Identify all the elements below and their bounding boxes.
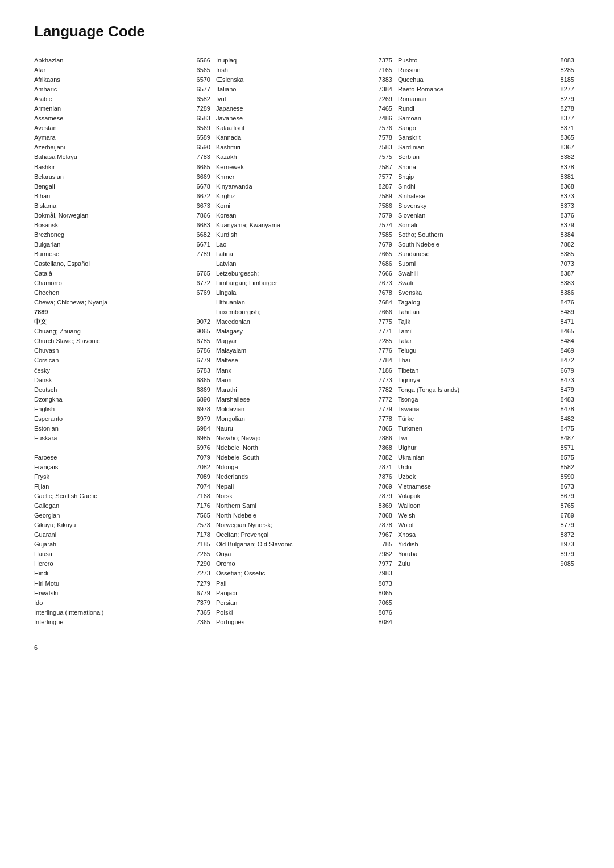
language-name: Georgian <box>34 511 60 520</box>
list-item: Ido7379 <box>34 598 210 608</box>
language-code: 7573 <box>193 520 210 530</box>
language-code: 8475 <box>557 424 574 433</box>
list-item: Korean7579 <box>216 211 392 220</box>
list-item: Ndonga7871 <box>216 462 392 472</box>
list-item: Kuanyama; Kwanyama7574 <box>216 220 392 230</box>
language-name: Panjabi <box>216 589 237 598</box>
list-item: Kirghiz7589 <box>216 191 392 201</box>
list-item: Latina7665 <box>216 249 392 259</box>
list-item: Afar6565 <box>34 65 210 75</box>
language-name: Sundanese <box>398 249 430 259</box>
list-item: Ivrit7269 <box>216 94 392 104</box>
list-item: Kashmiri7583 <box>216 143 392 152</box>
language-name: Dansk <box>34 375 52 385</box>
language-code: 8571 <box>557 443 574 453</box>
list-item: Herero7290 <box>34 559 210 569</box>
language-name: Brezhoneg <box>34 230 64 240</box>
language-name: Romanian <box>398 94 426 104</box>
list-item: Uzbek8590 <box>398 472 574 482</box>
language-code: 6590 <box>193 143 210 152</box>
list-item: Afrikaans6570 <box>34 75 210 85</box>
list-item: Chuang; Zhuang9065 <box>34 327 210 336</box>
language-code: 7771 <box>375 327 392 336</box>
language-code: 6786 <box>193 346 210 356</box>
list-item: South Ndebele7882 <box>398 240 574 249</box>
language-name: Lao <box>216 240 226 249</box>
list-item: Walloon8765 <box>398 501 574 511</box>
list-item: Kinyarwanda8287 <box>216 182 392 191</box>
language-code: 8471 <box>557 317 574 327</box>
language-code: 6582 <box>193 94 210 104</box>
language-name: Swahili <box>398 269 418 278</box>
language-code: 8387 <box>557 269 574 278</box>
list-item: English6978 <box>34 404 210 414</box>
list-item: Macedonian7775 <box>216 317 392 327</box>
language-code: 7574 <box>375 220 392 230</box>
language-code: 6565 <box>193 65 210 75</box>
list-item: Français7082 <box>34 462 210 472</box>
language-name: Moldavian <box>216 404 244 414</box>
list-item: Esperanto6979 <box>34 414 210 424</box>
language-code: 6779 <box>193 356 210 365</box>
language-name: Français <box>34 462 58 472</box>
language-name: Sotho; Southern <box>398 230 443 240</box>
language-code: 6673 <box>193 201 210 211</box>
language-name: Bahasa Melayu <box>34 152 77 162</box>
language-code: 8378 <box>557 162 574 172</box>
list-item: Church Slavic; Slavonic6785 <box>34 336 210 346</box>
language-name: Nauru <box>216 424 233 433</box>
list-item: Russian8285 <box>398 65 574 75</box>
language-name: Javanese <box>216 114 243 123</box>
language-name: Japanese <box>216 104 243 114</box>
language-name: Oriya <box>216 549 231 559</box>
list-item: Somali8379 <box>398 220 574 230</box>
list-item: North Ndebele7868 <box>216 511 392 520</box>
language-name: Tahitian <box>398 307 420 317</box>
language-name: Euskara <box>34 433 57 443</box>
language-name: Bosanski <box>34 220 60 230</box>
language-code: 8377 <box>557 114 574 123</box>
list-item: Tigrinya8473 <box>398 375 574 385</box>
list-item: Euskara6985 <box>34 433 210 443</box>
language-name: Türke <box>398 414 414 424</box>
list-item: Armenian7289 <box>34 104 210 114</box>
language-code: 8673 <box>557 482 574 491</box>
language-code <box>207 298 210 307</box>
language-name: 中文 <box>34 317 47 327</box>
list-item: Sindhi8368 <box>398 182 574 191</box>
language-code: 7082 <box>193 462 210 472</box>
list-item: Bislama6673 <box>34 201 210 211</box>
list-item: Telugu8469 <box>398 346 574 356</box>
language-code: 8472 <box>557 356 574 365</box>
language-code: 8482 <box>557 414 574 424</box>
language-name: Norwegian Nynorsk; <box>216 520 272 530</box>
list-item: Romanian8279 <box>398 94 574 104</box>
list-item: Lingala7678 <box>216 288 392 298</box>
list-item: Nauru7865 <box>216 424 392 433</box>
language-code: 6665 <box>193 162 210 172</box>
language-code: 7273 <box>193 569 210 578</box>
list-item: Luxembourgish;7666 <box>216 307 392 317</box>
language-name: Tigrinya <box>398 375 420 385</box>
language-code: 6679 <box>557 366 574 375</box>
language-name: Gujarati <box>34 540 56 549</box>
list-item: Raeto-Romance8277 <box>398 85 574 94</box>
language-code: 7782 <box>375 385 392 395</box>
language-name: česky <box>34 366 50 375</box>
language-code: 7079 <box>193 453 210 462</box>
language-code: 7185 <box>193 540 210 549</box>
language-name: Latvian <box>216 259 236 269</box>
language-name: Xhosa <box>398 530 416 540</box>
language-name: Svenska <box>398 288 422 298</box>
language-code: 8385 <box>557 249 574 259</box>
list-item: Tamil8465 <box>398 327 574 336</box>
language-code: 6890 <box>193 395 210 404</box>
language-code: 7865 <box>375 424 392 433</box>
language-table: Abkhazian6566Afar6565Afrikaans6570Amhari… <box>34 56 580 627</box>
language-name: Herero <box>34 559 53 569</box>
list-item: Azerbaijani6590 <box>34 143 210 152</box>
language-code: 7384 <box>375 85 392 94</box>
language-name: Sinhalese <box>398 191 425 201</box>
language-code: 6869 <box>193 385 210 395</box>
language-code: 8590 <box>557 472 574 482</box>
